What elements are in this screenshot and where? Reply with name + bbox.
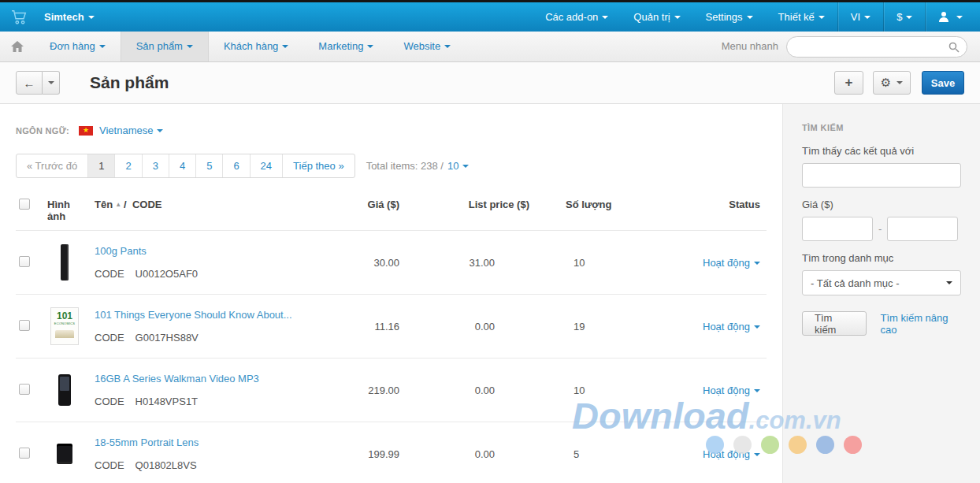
user-icon xyxy=(938,11,949,22)
row-checkbox[interactable] xyxy=(19,384,30,395)
chevron-down-icon xyxy=(906,16,912,19)
tab-orders[interactable]: Đơn hàng xyxy=(35,32,121,61)
product-price: 199.99 xyxy=(328,422,403,483)
language-selector[interactable]: Vietnamese xyxy=(99,124,163,136)
sidebar-title: TÌM KIẾM xyxy=(802,123,961,132)
chevron-down-icon xyxy=(187,45,193,48)
topbar-item-account[interactable] xyxy=(925,2,980,32)
product-list-price: 0.00 xyxy=(403,295,533,359)
product-link[interactable]: 18-55mm Portrait Lens xyxy=(95,437,325,448)
tab-customers[interactable]: Khách hàng xyxy=(209,32,303,61)
product-code[interactable]: U0012O5AF0 xyxy=(135,268,199,280)
price-from-input[interactable] xyxy=(802,217,873,241)
back-dropdown-button[interactable] xyxy=(43,71,60,95)
search-sidebar: TÌM KIẾM Tìm thấy các kết quả với Giá ($… xyxy=(782,104,980,483)
add-product-button[interactable]: + xyxy=(834,71,863,95)
price-to-input[interactable] xyxy=(887,217,958,241)
product-quantity: 10 xyxy=(533,359,651,422)
advanced-search-link[interactable]: Tìm kiếm nâng cao xyxy=(881,312,961,336)
pagination: « Trước đó 1 2 3 4 5 6 ... 24 Tiếp theo … xyxy=(16,154,355,178)
products-table: Hình ảnh Tên▲/ CODE Giá ($) List price (… xyxy=(16,189,767,483)
quick-search-box xyxy=(786,36,967,58)
quick-search-input[interactable] xyxy=(796,37,951,57)
category-label: Tìm trong danh mục xyxy=(802,252,961,264)
back-button[interactable]: ← xyxy=(16,71,43,95)
status-dropdown[interactable]: Hoạt động xyxy=(703,257,760,269)
table-row: 100g Pants CODEU0012O5AF0 30.00 31.00 10… xyxy=(16,231,767,295)
column-header-name[interactable]: Tên▲/ CODE xyxy=(91,189,328,231)
column-header-list-price: List price ($) xyxy=(403,189,533,231)
keyword-input[interactable] xyxy=(802,163,961,188)
status-dropdown[interactable]: Hoạt động xyxy=(703,385,760,396)
status-dropdown[interactable]: Hoạt động xyxy=(703,448,760,460)
chevron-down-icon xyxy=(674,16,681,19)
settings-button[interactable]: ⚙ xyxy=(873,71,911,95)
select-all-checkbox[interactable] xyxy=(19,199,30,210)
product-code[interactable]: H0148VPS1T xyxy=(135,396,199,407)
product-quantity: 19 xyxy=(533,295,651,359)
home-button[interactable] xyxy=(0,32,35,61)
save-button[interactable]: Save xyxy=(922,71,964,95)
per-page-selector[interactable]: 10 xyxy=(447,160,469,172)
total-items-label: Total items: 238 / xyxy=(366,160,444,172)
product-code[interactable]: Q01802L8VS xyxy=(135,459,197,471)
chevron-down-icon xyxy=(896,81,903,84)
topbar-item-admin[interactable]: Quản trị xyxy=(621,2,692,32)
product-link[interactable]: 16GB A Series Walkman Video MP3 xyxy=(95,373,325,385)
chevron-down-icon xyxy=(819,16,825,19)
pagination-page-5[interactable]: 5 xyxy=(195,154,222,177)
row-checkbox[interactable] xyxy=(19,448,30,459)
table-row: 101ECONOMICS 101 Things Everyone Should … xyxy=(16,295,767,359)
chevron-down-icon xyxy=(88,16,95,19)
topbar-item-language[interactable]: VI xyxy=(837,2,883,32)
price-range-dash: - xyxy=(878,223,882,235)
pagination-page-4[interactable]: 4 xyxy=(169,154,195,177)
page-title: Sản phẩm xyxy=(90,73,169,92)
product-list-price: 31.00 xyxy=(403,231,533,295)
chevron-down-icon xyxy=(754,453,760,456)
chevron-down-icon xyxy=(367,45,373,48)
chevron-down-icon xyxy=(754,262,760,265)
brand-menu[interactable]: Simtech xyxy=(44,11,95,23)
topbar-item-addons[interactable]: Các add-on xyxy=(533,2,621,32)
table-row: 16GB A Series Walkman Video MP3 CODEH014… xyxy=(16,359,767,422)
search-icon[interactable] xyxy=(948,42,960,53)
product-link[interactable]: 100g Pants xyxy=(95,245,325,257)
chevron-down-icon xyxy=(946,281,952,284)
status-dropdown[interactable]: Hoạt động xyxy=(703,321,760,333)
product-thumbnail-mp3-player[interactable] xyxy=(47,370,82,411)
tab-marketing[interactable]: Marketing xyxy=(303,32,388,61)
sort-asc-icon: ▲ xyxy=(115,201,121,208)
pagination-page-2[interactable]: 2 xyxy=(114,154,141,177)
pagination-page-24[interactable]: 24 xyxy=(250,154,282,177)
topbar-item-design[interactable]: Thiết kế xyxy=(766,2,837,32)
tab-website[interactable]: Website xyxy=(388,32,466,61)
tab-products[interactable]: Sản phẩm xyxy=(121,32,209,61)
pagination-page-3[interactable]: 3 xyxy=(142,154,169,177)
row-checkbox[interactable] xyxy=(19,256,30,267)
topbar-item-settings[interactable]: Settings xyxy=(693,2,766,32)
product-code[interactable]: G0017HS88V xyxy=(135,332,199,344)
search-button[interactable]: Tìm kiếm xyxy=(802,311,867,336)
chevron-down-icon xyxy=(956,16,963,19)
keyword-label: Tìm thấy các kết quả với xyxy=(802,145,961,157)
pagination-next[interactable]: Tiếp theo » xyxy=(282,154,355,177)
product-thumbnail-pants[interactable] xyxy=(47,242,82,283)
product-list-price: 0.00 xyxy=(403,422,533,483)
product-thumbnail-book[interactable]: 101ECONOMICS xyxy=(47,306,82,347)
chevron-down-icon xyxy=(747,16,753,19)
language-label: NGÔN NGỮ: xyxy=(16,126,69,136)
product-thumbnail-lens[interactable] xyxy=(47,433,82,474)
pagination-page-6[interactable]: 6 xyxy=(222,154,249,177)
category-select[interactable]: - Tất cả danh mục - xyxy=(802,270,961,295)
cart-icon xyxy=(11,9,28,25)
product-price: 219.00 xyxy=(328,359,403,422)
main-content: NGÔN NGỮ: ★ Vietnamese « Trước đó 1 2 3 … xyxy=(0,104,782,483)
pagination-page-1: 1 xyxy=(87,154,114,177)
topbar-item-currency[interactable]: $ xyxy=(883,2,925,32)
product-price: 11.16 xyxy=(328,295,403,359)
product-quantity: 5 xyxy=(533,422,651,483)
product-link[interactable]: 101 Things Everyone Should Know About... xyxy=(95,309,325,321)
row-checkbox[interactable] xyxy=(19,320,30,331)
column-header-price: Giá ($) xyxy=(328,189,403,231)
